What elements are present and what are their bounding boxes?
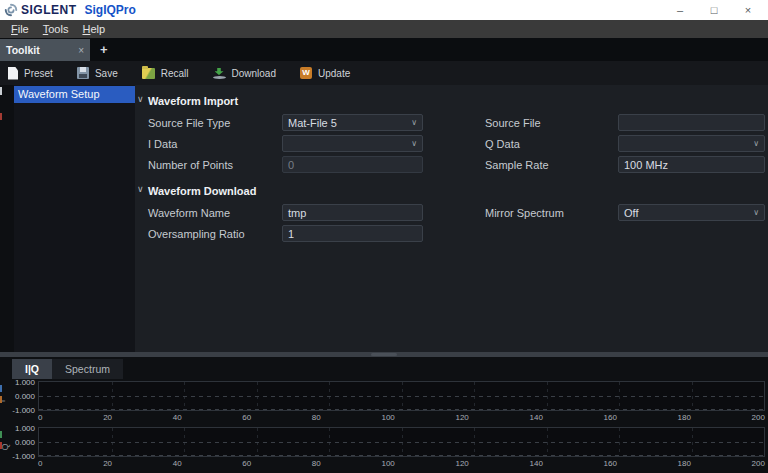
app-window: SIGLENT SigIQPro – □ × File Tools Help T… <box>0 0 768 473</box>
q-chart: Q 1.0000.000-1.000 020406080100120140160… <box>0 427 768 469</box>
tab-spectrum[interactable]: Spectrum <box>52 359 123 379</box>
i-data-label: I Data <box>148 138 282 150</box>
source-file-type-value: Mat-File 5 <box>288 117 337 129</box>
q-data-label: Q Data <box>485 138 618 150</box>
menu-tools[interactable]: Tools <box>37 23 75 35</box>
menu-file[interactable]: File <box>5 23 35 35</box>
i-chart-plot <box>38 381 765 411</box>
main-panel: ∨ Waveform Import Source File Type Mat-F… <box>135 85 768 352</box>
tab-close-icon[interactable]: × <box>78 45 84 56</box>
i-data-select[interactable]: ∨ <box>282 135 423 152</box>
sample-rate-value: 100 MHz <box>624 159 668 171</box>
mirror-spectrum-label: Mirror Spectrum <box>485 207 618 219</box>
form-row: Waveform Name tmp Mirror Spectrum Off ∨ <box>148 202 765 223</box>
tab-toolkit-label: Toolkit <box>6 44 40 56</box>
preset-icon <box>8 67 18 80</box>
mirror-spectrum-value: Off <box>624 207 638 219</box>
sidebar-gutter <box>0 85 14 352</box>
update-icon: W <box>300 67 312 79</box>
collapse-chevron-icon[interactable]: ∨ <box>137 94 144 104</box>
sidebar-list: Waveform Setup <box>14 85 135 352</box>
new-tab-button[interactable]: + <box>90 39 118 61</box>
form-row: Number of Points 0 Sample Rate 100 MHz <box>148 154 765 175</box>
download-label: Download <box>232 68 276 79</box>
form-row: I Data ∨ Q Data ∨ <box>148 133 765 154</box>
waveform-name-value: tmp <box>288 207 306 219</box>
close-icon[interactable]: × <box>742 0 754 20</box>
update-label: Update <box>318 68 350 79</box>
chevron-down-icon: ∨ <box>411 118 417 127</box>
source-file-type-select[interactable]: Mat-File 5 ∨ <box>282 114 423 131</box>
form-row: Source File Type Mat-File 5 ∨ Source Fil… <box>148 112 765 133</box>
save-icon <box>77 67 89 79</box>
chevron-down-icon: ∨ <box>753 139 759 148</box>
chevron-down-icon: ∨ <box>753 208 759 217</box>
waveform-name-input[interactable]: tmp <box>282 204 423 221</box>
app-title: SigIQPro <box>85 3 136 17</box>
maximize-icon[interactable]: □ <box>708 0 720 20</box>
q-chart-gutter: Q <box>0 427 12 469</box>
chevron-down-icon: ∨ <box>411 139 417 148</box>
preset-button[interactable]: Preset <box>8 67 53 80</box>
charts-area: I 1.0000.000-1.000 020406080100120140160… <box>0 379 768 473</box>
i-chart-yaxis: 1.0000.000-1.000 <box>12 381 38 411</box>
number-of-points-input[interactable]: 0 <box>282 156 423 173</box>
minimize-icon[interactable]: – <box>674 0 686 20</box>
siglent-swirl-icon <box>4 3 18 17</box>
waveform-name-label: Waveform Name <box>148 207 282 219</box>
chart-panel: I|Q Spectrum I 1.0000.000-1.000 02040608… <box>0 357 768 473</box>
sample-rate-label: Sample Rate <box>485 159 618 171</box>
source-file-input[interactable] <box>618 114 765 131</box>
section-waveform-download[interactable]: ∨ Waveform Download <box>148 183 765 199</box>
toolbar: Preset Save Recall Download W Update <box>0 61 768 85</box>
preset-label: Preset <box>24 68 53 79</box>
body: Waveform Setup ∨ Waveform Import Source … <box>0 85 768 352</box>
menu-help[interactable]: Help <box>76 23 111 35</box>
source-file-type-label: Source File Type <box>148 117 282 129</box>
number-of-points-value: 0 <box>288 159 294 171</box>
q-data-select[interactable]: ∨ <box>618 135 765 152</box>
save-button[interactable]: Save <box>77 67 118 79</box>
sample-rate-input[interactable]: 100 MHz <box>618 156 765 173</box>
section-title: Waveform Import <box>148 95 238 107</box>
number-of-points-label: Number of Points <box>148 159 282 171</box>
oversampling-ratio-input[interactable]: 1 <box>282 225 423 242</box>
q-chart-plot <box>38 427 765 457</box>
update-button[interactable]: W Update <box>300 67 350 79</box>
sidebar-item-waveform-setup[interactable]: Waveform Setup <box>14 86 135 103</box>
gutter-mark <box>0 113 2 120</box>
siglent-logo: SIGLENT <box>4 3 77 17</box>
titlebar: SIGLENT SigIQPro – □ × <box>0 0 768 20</box>
tab-iq[interactable]: I|Q <box>12 359 52 379</box>
form-row: Oversampling Ratio 1 <box>148 223 765 244</box>
q-chart-xaxis: 020406080100120140160180200 <box>38 457 765 469</box>
oversampling-ratio-value: 1 <box>288 228 294 240</box>
download-arrow-icon <box>213 67 226 79</box>
download-button[interactable]: Download <box>213 67 276 79</box>
chart-tabbar: I|Q Spectrum <box>0 357 768 379</box>
window-controls: – □ × <box>674 0 762 20</box>
brand-text: SIGLENT <box>21 3 77 17</box>
menubar: File Tools Help <box>0 20 768 38</box>
save-label: Save <box>95 68 118 79</box>
recall-folder-icon <box>142 68 155 79</box>
i-chart-gutter: I <box>0 381 12 423</box>
gutter-mark <box>0 87 2 95</box>
recall-button[interactable]: Recall <box>142 68 189 79</box>
oversampling-ratio-label: Oversampling Ratio <box>148 228 282 240</box>
collapse-chevron-icon[interactable]: ∨ <box>137 184 144 194</box>
source-file-label: Source File <box>485 117 618 129</box>
recall-label: Recall <box>161 68 189 79</box>
horizontal-splitter[interactable] <box>0 352 768 357</box>
section-waveform-import[interactable]: ∨ Waveform Import <box>148 93 765 109</box>
sidebar: Waveform Setup <box>0 85 135 352</box>
i-chart: I 1.0000.000-1.000 020406080100120140160… <box>0 381 768 423</box>
mirror-spectrum-select[interactable]: Off ∨ <box>618 204 765 221</box>
i-chart-xaxis: 020406080100120140160180200 <box>38 411 765 423</box>
q-chart-yaxis: 1.0000.000-1.000 <box>12 427 38 457</box>
section-title: Waveform Download <box>148 185 256 197</box>
tab-toolkit[interactable]: Toolkit × <box>0 39 90 61</box>
document-tabbar: Toolkit × + <box>0 38 768 61</box>
